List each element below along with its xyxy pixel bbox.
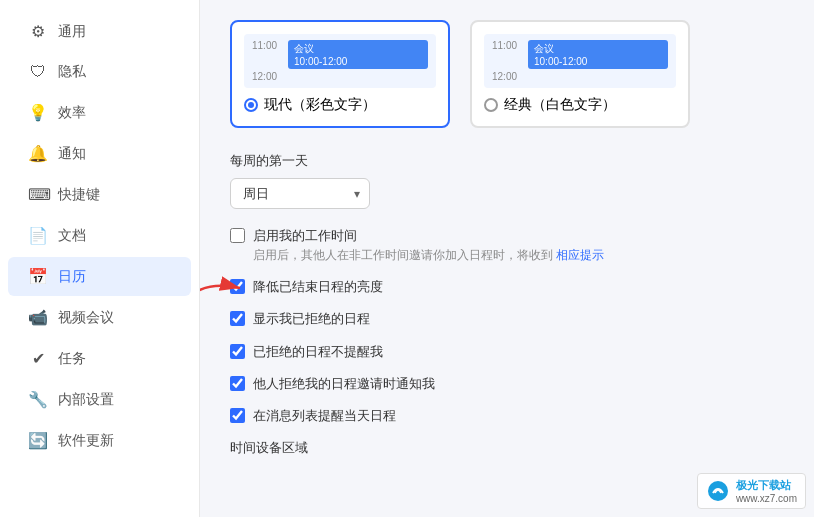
- theme-label-row-modern: 现代（彩色文字）: [244, 96, 436, 114]
- checkbox-remind-today: 在消息列表提醒当天日程: [230, 407, 784, 425]
- checkbox-worktime-label: 启用我的工作时间: [253, 227, 604, 245]
- sidebar-item-label: 软件更新: [58, 432, 114, 450]
- general-icon: ⚙: [28, 22, 48, 41]
- sidebar-item-notification[interactable]: 🔔 通知: [8, 134, 191, 173]
- worktime-link[interactable]: 相应提示: [556, 248, 604, 262]
- checkbox-notify-others-declined-label: 他人拒绝我的日程邀请时通知我: [253, 375, 435, 393]
- checkbox-show-declined: 显示我已拒绝的日程: [230, 310, 784, 328]
- sidebar-item-general[interactable]: ⚙ 通用: [8, 12, 191, 51]
- checkbox-show-declined-input[interactable]: [230, 311, 245, 326]
- week-start-label: 每周的第一天: [230, 152, 784, 170]
- red-arrow: [200, 270, 255, 310]
- cal-time-12-classic: 12:00: [492, 71, 522, 82]
- sidebar-item-label: 快捷键: [58, 186, 100, 204]
- watermark-site: 极光下载站: [736, 478, 797, 493]
- sidebar-item-shortcuts[interactable]: ⌨ 快捷键: [8, 175, 191, 214]
- sidebar-item-label: 内部设置: [58, 391, 114, 409]
- sidebar-item-label: 通用: [58, 23, 86, 41]
- checkbox-show-declined-label: 显示我已拒绝的日程: [253, 310, 370, 328]
- sidebar-item-label: 隐私: [58, 63, 86, 81]
- calendar-icon: 📅: [28, 267, 48, 286]
- sidebar-item-updates[interactable]: 🔄 软件更新: [8, 421, 191, 460]
- checkbox-dim-label: 降低已结束日程的亮度: [253, 278, 383, 296]
- bottom-label: 时间设备区域: [230, 439, 784, 457]
- docs-icon: 📄: [28, 226, 48, 245]
- sidebar-item-tasks[interactable]: ✔ 任务: [8, 339, 191, 378]
- checkbox-worktime-sub: 启用后，其他人在非工作时间邀请你加入日程时，将收到 相应提示: [253, 247, 604, 264]
- sidebar: ⚙ 通用 🛡 隐私 💡 效率 🔔 通知 ⌨ 快捷键 📄 文档 📅 日历 📹 视频…: [0, 0, 200, 517]
- cal-event-classic: 会议 10:00-12:00: [528, 40, 668, 69]
- internal-icon: 🔧: [28, 390, 48, 409]
- checkbox-no-remind-declined: 已拒绝的日程不提醒我: [230, 343, 784, 361]
- theme-label-row-classic: 经典（白色文字）: [484, 96, 676, 114]
- checkbox-notify-others-declined-input[interactable]: [230, 376, 245, 391]
- efficiency-icon: 💡: [28, 103, 48, 122]
- theme-card-classic[interactable]: 11:00 会议 10:00-12:00 12:00 经典（白色文字）: [470, 20, 690, 128]
- theme-label-modern: 现代（彩色文字）: [264, 96, 376, 114]
- checkbox-worktime-input[interactable]: [230, 228, 245, 243]
- cal-time-11-modern: 11:00: [252, 40, 282, 51]
- video-icon: 📹: [28, 308, 48, 327]
- checkbox-remind-today-label: 在消息列表提醒当天日程: [253, 407, 396, 425]
- checkbox-notify-others-declined: 他人拒绝我的日程邀请时通知我: [230, 375, 784, 393]
- cal-event-modern: 会议 10:00-12:00: [288, 40, 428, 69]
- sidebar-item-video[interactable]: 📹 视频会议: [8, 298, 191, 337]
- cal-time-11-classic: 11:00: [492, 40, 522, 51]
- privacy-icon: 🛡: [28, 63, 48, 81]
- watermark-url: www.xz7.com: [736, 493, 797, 504]
- checkbox-remind-today-input[interactable]: [230, 408, 245, 423]
- shortcuts-icon: ⌨: [28, 185, 48, 204]
- theme-card-modern[interactable]: 11:00 会议 10:00-12:00 12:00 现代（彩色文字）: [230, 20, 450, 128]
- svg-point-1: [708, 481, 728, 501]
- sidebar-item-label: 文档: [58, 227, 86, 245]
- sidebar-item-label: 日历: [58, 268, 86, 286]
- cal-time-12-modern: 12:00: [252, 71, 282, 82]
- checkbox-no-remind-declined-label: 已拒绝的日程不提醒我: [253, 343, 383, 361]
- theme-label-classic: 经典（白色文字）: [504, 96, 616, 114]
- sidebar-item-label: 通知: [58, 145, 86, 163]
- sidebar-item-label: 任务: [58, 350, 86, 368]
- sidebar-item-docs[interactable]: 📄 文档: [8, 216, 191, 255]
- updates-icon: 🔄: [28, 431, 48, 450]
- tasks-icon: ✔: [28, 349, 48, 368]
- sidebar-item-efficiency[interactable]: 💡 效率: [8, 93, 191, 132]
- checkbox-no-remind-declined-input[interactable]: [230, 344, 245, 359]
- calendar-preview-classic: 11:00 会议 10:00-12:00 12:00: [484, 34, 676, 88]
- main-content: 11:00 会议 10:00-12:00 12:00 现代（彩色文字） 1: [200, 0, 814, 517]
- week-start-select-wrapper: 周日 周一 周二 周三 周四 周五 周六 ▾: [230, 178, 370, 209]
- radio-classic[interactable]: [484, 98, 498, 112]
- watermark-logo: [706, 479, 730, 503]
- sidebar-item-calendar[interactable]: 📅 日历: [8, 257, 191, 296]
- watermark: 极光下载站 www.xz7.com: [697, 473, 806, 509]
- checkbox-dim-input[interactable]: [230, 279, 245, 294]
- calendar-preview-modern: 11:00 会议 10:00-12:00 12:00: [244, 34, 436, 88]
- sidebar-item-label: 效率: [58, 104, 86, 122]
- radio-modern[interactable]: [244, 98, 258, 112]
- checkbox-worktime: 启用我的工作时间 启用后，其他人在非工作时间邀请你加入日程时，将收到 相应提示: [230, 227, 784, 264]
- sidebar-item-internal[interactable]: 🔧 内部设置: [8, 380, 191, 419]
- notification-icon: 🔔: [28, 144, 48, 163]
- theme-section: 11:00 会议 10:00-12:00 12:00 现代（彩色文字） 1: [230, 20, 784, 128]
- sidebar-item-label: 视频会议: [58, 309, 114, 327]
- week-start-select[interactable]: 周日 周一 周二 周三 周四 周五 周六: [230, 178, 370, 209]
- sidebar-item-privacy[interactable]: 🛡 隐私: [8, 53, 191, 91]
- checkbox-dim: 降低已结束日程的亮度: [230, 278, 784, 296]
